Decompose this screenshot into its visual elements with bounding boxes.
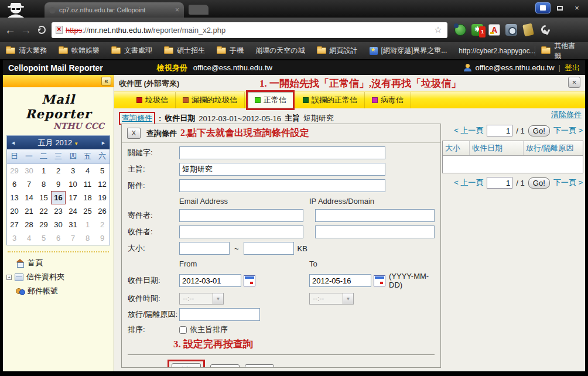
calendar-day[interactable]: 4 bbox=[80, 164, 95, 177]
recipient-ip-input[interactable] bbox=[315, 225, 435, 238]
go-button[interactable]: Go! bbox=[528, 177, 550, 189]
calendar-day[interactable]: 17 bbox=[66, 191, 80, 204]
calendar-day[interactable]: 4 bbox=[22, 231, 36, 245]
size-max-input[interactable] bbox=[244, 242, 294, 255]
attachment-input[interactable] bbox=[179, 179, 385, 192]
bookmark-item[interactable]: 崩壞の天空の城 bbox=[255, 46, 305, 56]
bookmark-item[interactable]: 清大業務 bbox=[6, 46, 47, 56]
dialog-close-button[interactable]: X bbox=[127, 128, 141, 139]
mail-tab[interactable]: 垃圾信 bbox=[129, 92, 176, 108]
calendar-day[interactable]: 11 bbox=[80, 177, 95, 191]
calendar-day[interactable]: 30 bbox=[22, 164, 36, 177]
calendar-day[interactable]: 8 bbox=[36, 177, 51, 191]
bookmark-item[interactable]: 軟體娛樂 bbox=[59, 46, 100, 56]
forward-button[interactable]: → bbox=[20, 25, 32, 36]
calendar-day[interactable]: 29 bbox=[7, 164, 22, 177]
clear-criteria-link[interactable]: 清除條件 bbox=[551, 110, 582, 119]
page-number-input[interactable] bbox=[487, 125, 512, 136]
mail-tab[interactable]: 正常信 bbox=[248, 92, 293, 108]
calendar-day[interactable]: 9 bbox=[95, 231, 110, 245]
other-bookmarks-button[interactable]: 其他書籤 bbox=[541, 41, 582, 61]
prev-page-link[interactable]: < 上一頁 bbox=[454, 125, 483, 136]
calendar-day[interactable]: 15 bbox=[36, 191, 51, 204]
bookmark-star-icon[interactable]: ☆ bbox=[431, 22, 445, 38]
calendar-day[interactable]: 16 bbox=[51, 191, 66, 204]
clear-button[interactable]: 清除 bbox=[210, 364, 240, 368]
tab-close-icon[interactable]: × bbox=[175, 6, 179, 14]
cancel-button[interactable]: 取消 bbox=[245, 364, 274, 368]
calendar-day[interactable]: 3 bbox=[7, 231, 22, 245]
refresh-button[interactable] bbox=[37, 26, 46, 34]
subject-input[interactable] bbox=[179, 163, 385, 176]
calendar-day[interactable]: 7 bbox=[66, 231, 80, 245]
calendar-day[interactable]: 5 bbox=[36, 231, 51, 245]
calendar-day[interactable]: 23 bbox=[51, 204, 66, 218]
size-min-input[interactable] bbox=[179, 242, 230, 255]
page-number-input[interactable] bbox=[487, 177, 512, 189]
bookmark-item[interactable]: 碩士招生 bbox=[164, 46, 205, 56]
content-close-button[interactable]: × bbox=[568, 77, 580, 88]
time-from-select[interactable]: --:-- ▼ bbox=[179, 293, 224, 305]
calendar-day[interactable]: 30 bbox=[51, 218, 66, 231]
calendar-day[interactable]: 8 bbox=[80, 231, 95, 245]
extension-green-circle-icon[interactable] bbox=[454, 24, 466, 36]
calendar-day[interactable]: 31 bbox=[66, 218, 80, 231]
sort-by-subject-checkbox[interactable] bbox=[179, 326, 187, 334]
bookmark-item[interactable]: http://cyber2.happygoc... bbox=[459, 47, 535, 55]
calendar-month-selector[interactable]: 五月 2012▼ bbox=[16, 138, 101, 148]
calendar-day[interactable]: 2 bbox=[95, 218, 110, 231]
autopager-extension-icon[interactable]: A bbox=[488, 24, 500, 36]
bookmark-item[interactable]: 網頁設計 bbox=[317, 46, 358, 56]
calendar-day[interactable]: 5 bbox=[95, 164, 110, 177]
calendar-day[interactable]: 20 bbox=[7, 204, 22, 218]
bookmark-item[interactable]: 文書處理 bbox=[111, 46, 152, 56]
date-picker-icon[interactable] bbox=[244, 275, 255, 286]
screenshot-extension-icon[interactable] bbox=[505, 24, 517, 36]
reason-input[interactable] bbox=[179, 308, 260, 321]
calendar-day[interactable]: 22 bbox=[36, 204, 51, 218]
address-bar[interactable]: https://mr.net.nthu.edu.tw/reporter/main… bbox=[52, 22, 447, 38]
adblock-extension-icon[interactable]: ✱1 bbox=[471, 24, 483, 36]
calendar-day[interactable]: 9 bbox=[51, 177, 66, 191]
next-page-link[interactable]: 下一頁 > bbox=[553, 177, 583, 188]
bookmark-item[interactable]: [網游穿越]異界之重... bbox=[370, 46, 447, 56]
calendar-day[interactable]: 12 bbox=[95, 177, 110, 191]
query-criteria-link[interactable]: 查詢條件 bbox=[122, 114, 152, 122]
mail-tab[interactable]: 漏攔的垃圾信 bbox=[176, 92, 245, 108]
go-button[interactable]: Go! bbox=[528, 125, 550, 136]
sidebar-item-mail-folders[interactable]: +信件資料夾 bbox=[5, 270, 111, 284]
calendar-day[interactable]: 1 bbox=[36, 164, 51, 177]
mail-tab[interactable]: 誤攔的正常信 bbox=[296, 92, 365, 108]
sender-email-input[interactable] bbox=[179, 209, 303, 222]
expander-icon[interactable]: + bbox=[6, 275, 12, 280]
calendar-day[interactable]: 2 bbox=[51, 164, 66, 177]
browser-tab[interactable]: cp7.oz.nthu.edu.tw: Cellopoint × bbox=[45, 2, 184, 18]
calendar-next-icon[interactable]: ► bbox=[101, 140, 106, 146]
calendar-day[interactable]: 18 bbox=[80, 191, 95, 204]
sidebar-collapse-button[interactable]: « bbox=[101, 77, 111, 86]
calendar-day[interactable]: 14 bbox=[22, 191, 36, 204]
keyword-input[interactable] bbox=[179, 146, 385, 159]
calendar-day[interactable]: 1 bbox=[80, 218, 95, 231]
sidebar-item-mail-accounts[interactable]: 郵件帳號 bbox=[5, 284, 111, 298]
gold-extension-icon[interactable] bbox=[522, 23, 534, 37]
date-to-input[interactable] bbox=[309, 274, 371, 287]
calendar-day[interactable]: 21 bbox=[22, 204, 36, 218]
window-close-button[interactable]: × bbox=[569, 2, 584, 13]
maximize-button[interactable] bbox=[552, 2, 568, 13]
calendar-day[interactable]: 6 bbox=[51, 231, 66, 245]
calendar-day[interactable]: 25 bbox=[80, 204, 95, 218]
calendar-day[interactable]: 7 bbox=[22, 177, 36, 191]
mail-tab[interactable]: 病毒信 bbox=[365, 92, 411, 108]
minimize-button[interactable] bbox=[535, 2, 551, 13]
new-tab-button[interactable] bbox=[189, 5, 208, 15]
recipient-email-input[interactable] bbox=[179, 225, 303, 238]
calendar-day[interactable]: 3 bbox=[66, 164, 80, 177]
date-from-input[interactable] bbox=[179, 274, 241, 287]
query-button[interactable]: 查詢 bbox=[172, 363, 201, 368]
bookmark-item[interactable]: 手機 bbox=[217, 46, 244, 56]
sidebar-item-home[interactable]: 首頁 bbox=[5, 256, 111, 270]
logout-link[interactable]: 登出 bbox=[565, 63, 580, 73]
wrench-menu-icon[interactable] bbox=[539, 24, 551, 36]
sender-ip-input[interactable] bbox=[315, 209, 435, 222]
